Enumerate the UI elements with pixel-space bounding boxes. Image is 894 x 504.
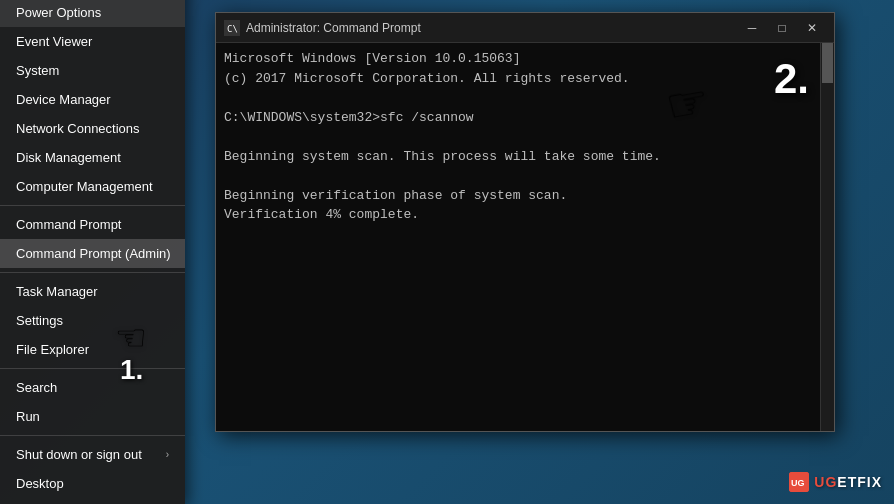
menu-item-task-manager[interactable]: Task Manager xyxy=(0,277,185,306)
close-button[interactable]: ✕ xyxy=(798,17,826,39)
menu-item-power-options[interactable]: Power Options xyxy=(0,0,185,27)
win-x-menu: Apps and FeaturesMobility CenterPower Op… xyxy=(0,0,185,504)
watermark-logo: UG xyxy=(789,472,809,492)
menu-label-settings: Settings xyxy=(16,313,63,328)
cmd-titlebar: C\ Administrator: Command Prompt ─ □ ✕ xyxy=(216,13,834,43)
menu-label-command-prompt: Command Prompt xyxy=(16,217,121,232)
cmd-line xyxy=(224,88,812,108)
cmd-scrollbar-thumb[interactable] xyxy=(822,43,833,83)
svg-text:UG: UG xyxy=(791,478,805,488)
menu-label-command-prompt-admin: Command Prompt (Admin) xyxy=(16,246,171,261)
svg-text:C\: C\ xyxy=(227,24,238,34)
cmd-body: Microsoft Windows [Version 10.0.15063](c… xyxy=(216,43,834,431)
cmd-line: Beginning verification phase of system s… xyxy=(224,186,812,206)
cmd-content: Microsoft Windows [Version 10.0.15063](c… xyxy=(216,43,820,431)
menu-label-device-manager: Device Manager xyxy=(16,92,111,107)
menu-separator-separator2 xyxy=(0,272,185,273)
menu-item-run[interactable]: Run xyxy=(0,402,185,431)
cmd-scrollbar[interactable] xyxy=(820,43,834,431)
cursor-hand-1-icon: ☞ xyxy=(115,317,147,359)
cmd-line: (c) 2017 Microsoft Corporation. All righ… xyxy=(224,69,812,89)
watermark-etfix: ETFIX xyxy=(837,474,882,490)
maximize-button[interactable]: □ xyxy=(768,17,796,39)
menu-item-command-prompt[interactable]: Command Prompt xyxy=(0,210,185,239)
cmd-app-icon: C\ xyxy=(224,20,240,36)
minimize-button[interactable]: ─ xyxy=(738,17,766,39)
menu-separator-separator4 xyxy=(0,435,185,436)
menu-label-disk-management: Disk Management xyxy=(16,150,121,165)
menu-item-search[interactable]: Search xyxy=(0,373,185,402)
menu-label-task-manager: Task Manager xyxy=(16,284,98,299)
menu-item-computer-management[interactable]: Computer Management xyxy=(0,172,185,201)
desktop: Apps and FeaturesMobility CenterPower Op… xyxy=(0,0,894,504)
menu-arrow-shut-down: › xyxy=(166,449,169,460)
menu-label-event-viewer: Event Viewer xyxy=(16,34,92,49)
cmd-line: Verification 4% complete. xyxy=(224,205,812,225)
cmd-line: C:\WINDOWS\system32>sfc /scannow xyxy=(224,108,812,128)
menu-label-desktop: Desktop xyxy=(16,476,64,491)
menu-item-desktop[interactable]: Desktop xyxy=(0,469,185,498)
cmd-line: Microsoft Windows [Version 10.0.15063] xyxy=(224,49,812,69)
menu-item-shut-down[interactable]: Shut down or sign out› xyxy=(0,440,185,469)
menu-item-file-explorer[interactable]: File Explorer xyxy=(0,335,185,364)
menu-label-file-explorer: File Explorer xyxy=(16,342,89,357)
menu-label-system: System xyxy=(16,63,59,78)
menu-item-system[interactable]: System xyxy=(0,56,185,85)
cmd-window: C\ Administrator: Command Prompt ─ □ ✕ M… xyxy=(215,12,835,432)
menu-item-settings[interactable]: Settings xyxy=(0,306,185,335)
watermark-text: UGETFIX xyxy=(814,474,882,490)
watermark: UG UGETFIX xyxy=(789,472,882,492)
menu-separator-separator1 xyxy=(0,205,185,206)
menu-item-event-viewer[interactable]: Event Viewer xyxy=(0,27,185,56)
menu-label-power-options: Power Options xyxy=(16,5,101,20)
menu-item-disk-management[interactable]: Disk Management xyxy=(0,143,185,172)
cmd-line xyxy=(224,166,812,186)
menu-item-device-manager[interactable]: Device Manager xyxy=(0,85,185,114)
step-2-label: 2. xyxy=(774,55,809,103)
menu-item-command-prompt-admin[interactable]: Command Prompt (Admin) xyxy=(0,239,185,268)
menu-label-network-connections: Network Connections xyxy=(16,121,140,136)
menu-label-computer-management: Computer Management xyxy=(16,179,153,194)
menu-separator-separator3 xyxy=(0,368,185,369)
cmd-controls: ─ □ ✕ xyxy=(738,17,826,39)
menu-label-shut-down: Shut down or sign out xyxy=(16,447,142,462)
watermark-ug: UG xyxy=(814,474,837,490)
menu-item-network-connections[interactable]: Network Connections xyxy=(0,114,185,143)
cmd-line: Beginning system scan. This process will… xyxy=(224,147,812,167)
cmd-title: Administrator: Command Prompt xyxy=(246,21,738,35)
menu-label-search: Search xyxy=(16,380,57,395)
cmd-line xyxy=(224,127,812,147)
menu-label-run: Run xyxy=(16,409,40,424)
